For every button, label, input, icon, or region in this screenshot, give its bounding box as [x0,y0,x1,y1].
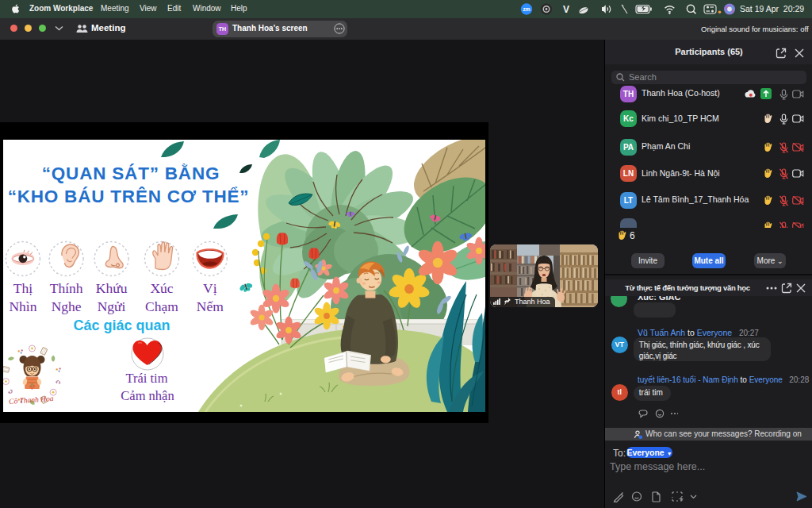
svg-text:Nếm: Nếm [197,298,224,314]
svg-text:zm: zm [523,6,530,12]
svg-text:Cô Thanh Hoa: Cô Thanh Hoa [9,394,54,406]
svg-text:Nhìn: Nhìn [9,298,36,314]
svg-text:Khứu: Khứu [96,280,128,296]
svg-text:Vị: Vị [203,280,217,296]
svg-text:V: V [563,4,569,15]
svg-text:Các giác quan: Các giác quan [73,318,170,333]
svg-text:“QUAN SÁT” BẰNG: “QUAN SÁT” BẰNG [42,164,220,183]
svg-text:Cảm nhận: Cảm nhận [121,388,174,403]
svg-text:Thính: Thính [50,280,83,296]
svg-text:Nghe: Nghe [52,298,82,314]
svg-text:“KHO BÁU TRÊN CƠ THỂ”: “KHO BÁU TRÊN CƠ THỂ” [8,187,250,206]
svg-text:Thị: Thị [13,280,33,296]
svg-text:Xúc: Xúc [150,280,173,296]
svg-text:Ngửi: Ngửi [98,298,126,314]
svg-text:Trái tim: Trái tim [125,371,167,386]
svg-text:Chạm: Chạm [145,298,178,314]
